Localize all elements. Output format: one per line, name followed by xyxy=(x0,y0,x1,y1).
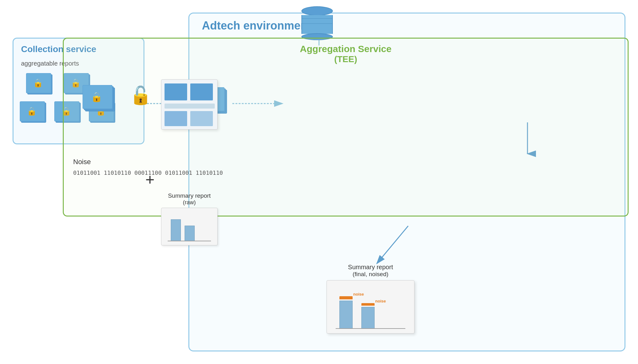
noise-bar1-label: noise xyxy=(353,292,364,297)
summary-final-container: Summary report (final, noised) noise no xyxy=(327,264,414,334)
summary-raw-container: Summary report (raw) xyxy=(161,192,218,243)
database-icon xyxy=(301,6,333,40)
noise-bar2-label: noise xyxy=(375,299,386,303)
unlock-icon: 🔓 xyxy=(130,85,152,106)
main-container: Adtech environment Collection service ag… xyxy=(0,0,638,364)
noise-label: Noise xyxy=(73,158,223,166)
plus-sign: + xyxy=(145,170,154,189)
adtech-environment-label: Adtech environment xyxy=(202,19,311,32)
summary-final-label: Summary report (final, noised) xyxy=(327,264,414,278)
aggregation-service-label: Aggregation Service xyxy=(300,44,392,54)
aggregation-service-subtitle: (TEE) xyxy=(300,54,392,64)
summary-raw-label: Summary report (raw) xyxy=(161,192,218,206)
aggregation-service-box: Aggregation Service (TEE) 🔒 🔓 Noise xyxy=(63,38,629,217)
decoded-report-doc xyxy=(161,79,218,130)
